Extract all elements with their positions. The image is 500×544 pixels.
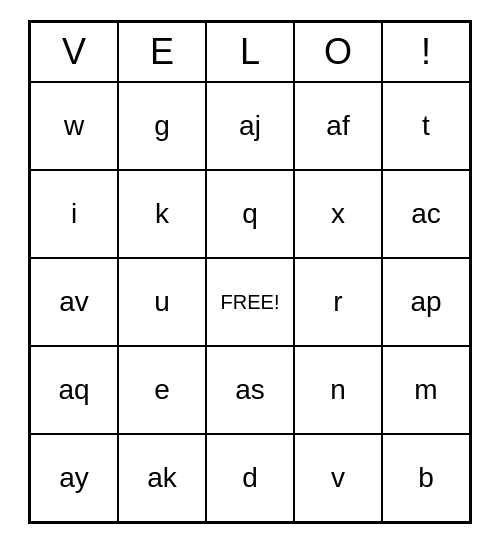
cell-5-4: v	[294, 434, 382, 522]
cell-5-5: b	[382, 434, 470, 522]
cell-1-5: t	[382, 82, 470, 170]
cell-2-1: i	[30, 170, 118, 258]
cell-1-2: g	[118, 82, 206, 170]
cell-4-2: e	[118, 346, 206, 434]
bingo-row-3: av u FREE! r ap	[30, 258, 470, 346]
cell-3-1: av	[30, 258, 118, 346]
cell-1-4: af	[294, 82, 382, 170]
header-cell-v: V	[30, 22, 118, 82]
header-cell-o: O	[294, 22, 382, 82]
cell-2-4: x	[294, 170, 382, 258]
bingo-row-5: ay ak d v b	[30, 434, 470, 522]
free-cell: FREE!	[206, 258, 294, 346]
cell-2-5: ac	[382, 170, 470, 258]
bingo-card: V E L O ! w g aj af t	[28, 20, 472, 524]
cell-3-5: ap	[382, 258, 470, 346]
cell-2-3: q	[206, 170, 294, 258]
cell-5-3: d	[206, 434, 294, 522]
cell-5-2: ak	[118, 434, 206, 522]
header-cell-e: E	[118, 22, 206, 82]
bingo-row-4: aq e as n m	[30, 346, 470, 434]
header-row: V E L O !	[30, 22, 470, 82]
cell-1-3: aj	[206, 82, 294, 170]
cell-4-3: as	[206, 346, 294, 434]
cell-3-4: r	[294, 258, 382, 346]
cell-4-1: aq	[30, 346, 118, 434]
cell-4-4: n	[294, 346, 382, 434]
header-cell-exclaim: !	[382, 22, 470, 82]
header-cell-l: L	[206, 22, 294, 82]
bingo-row-1: w g aj af t	[30, 82, 470, 170]
cell-1-1: w	[30, 82, 118, 170]
bingo-row-2: i k q x ac	[30, 170, 470, 258]
cell-5-1: ay	[30, 434, 118, 522]
cell-4-5: m	[382, 346, 470, 434]
cell-3-2: u	[118, 258, 206, 346]
cell-2-2: k	[118, 170, 206, 258]
